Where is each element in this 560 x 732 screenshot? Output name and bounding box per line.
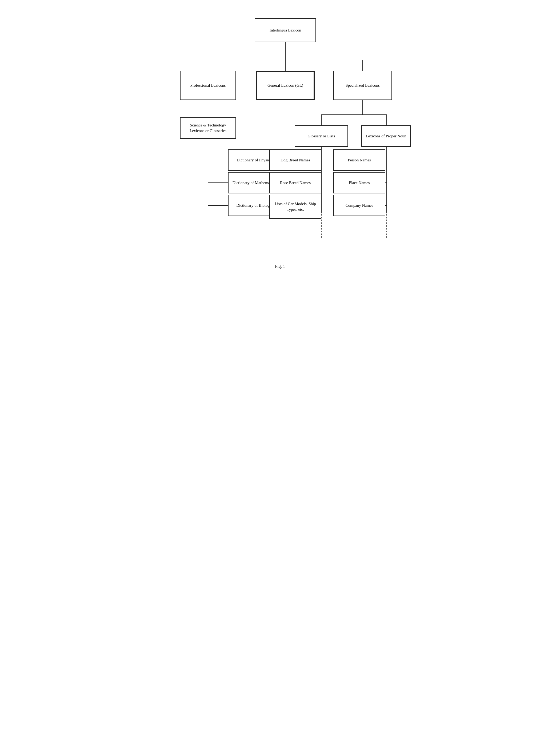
node-specialized: Specialized Lexicons: [333, 71, 392, 100]
node-propernoun: Lexicons of Proper Noun: [361, 125, 411, 147]
node-scitech: Science & Technology Lexicons or Glossar…: [180, 117, 236, 139]
node-dogbreed: Dog Breed Names: [269, 149, 321, 171]
dashed-right: [386, 214, 387, 238]
fig-caption: Fig. 1: [159, 264, 401, 269]
diagram: Interlingua Lexicon Professional Lexicon…: [159, 11, 401, 256]
page: Interlingua Lexicon Professional Lexicon…: [153, 0, 407, 285]
node-companynames: Company Names: [333, 195, 385, 216]
dashed-left: [208, 214, 208, 238]
node-placenames: Place Names: [333, 172, 385, 193]
node-rosebreed: Rose Breed Names: [269, 172, 321, 193]
node-glossary: Glossary or Lists: [295, 125, 348, 147]
node-general: General Lexicon (GL): [256, 71, 315, 100]
node-carmodels: Lists of Car Models, Ship Types, etc.: [269, 195, 321, 219]
node-interlingua: Interlingua Lexicon: [255, 18, 316, 42]
node-personnames: Person Names: [333, 149, 385, 171]
node-professional: Professional Lexicons: [180, 71, 236, 100]
